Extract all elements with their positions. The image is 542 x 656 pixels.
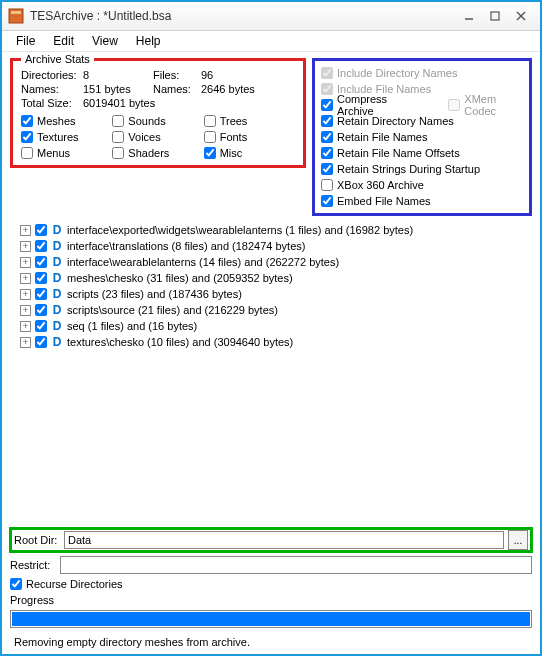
menu-edit[interactable]: Edit — [45, 32, 82, 50]
tree-expander-icon[interactable]: + — [20, 225, 31, 236]
directory-icon: D — [51, 256, 63, 268]
stat-directories-value: 8 — [83, 69, 153, 81]
check-menus[interactable]: Menus — [21, 147, 112, 159]
check-voices-box[interactable] — [112, 131, 124, 143]
stat-names2-value: 2646 bytes — [201, 83, 271, 95]
tree-row[interactable]: +Dtextures\chesko (10 files) and (309464… — [20, 334, 532, 350]
directory-icon: D — [51, 336, 63, 348]
flag-retain-file-names[interactable]: Retain File Names — [321, 129, 523, 145]
flag-compress-archive-box[interactable] — [321, 99, 333, 111]
tree-row-checkbox[interactable] — [35, 336, 47, 348]
check-textures[interactable]: Textures — [21, 131, 112, 143]
flag-include-dir-names: Include Directory Names — [321, 65, 523, 81]
check-shaders-label: Shaders — [128, 147, 169, 159]
tree-row-text: scripts\source (21 files) and (216229 by… — [67, 304, 278, 316]
root-dir-browse-button[interactable]: ... — [508, 530, 528, 550]
tree-row-checkbox[interactable] — [35, 320, 47, 332]
flag-embed-file-names[interactable]: Embed File Names — [321, 193, 523, 209]
tree-row-checkbox[interactable] — [35, 304, 47, 316]
svg-rect-1 — [11, 11, 21, 14]
check-trees[interactable]: Trees — [204, 115, 295, 127]
tree-row[interactable]: +Dinterface\translations (8 files) and (… — [20, 238, 532, 254]
restrict-input[interactable] — [60, 556, 532, 574]
tree-row[interactable]: +Dscripts\source (21 files) and (216229 … — [20, 302, 532, 318]
tree-row[interactable]: +Dinterface\wearablelanterns (14 files) … — [20, 254, 532, 270]
flag-xbox-archive[interactable]: XBox 360 Archive — [321, 177, 523, 193]
minimize-button[interactable] — [456, 7, 482, 25]
tree-row-text: interface\wearablelanterns (14 files) an… — [67, 256, 339, 268]
archive-stats-legend: Archive Stats — [21, 53, 94, 65]
stat-total-value: 6019401 bytes — [83, 97, 295, 109]
tree-row-checkbox[interactable] — [35, 288, 47, 300]
check-voices[interactable]: Voices — [112, 131, 203, 143]
check-textures-box[interactable] — [21, 131, 33, 143]
tree-row-checkbox[interactable] — [35, 240, 47, 252]
flag-xbox-archive-box[interactable] — [321, 179, 333, 191]
type-checkboxes: Meshes Sounds Trees Textures Voices Font… — [21, 115, 295, 159]
check-meshes-box[interactable] — [21, 115, 33, 127]
root-dir-input[interactable] — [64, 531, 504, 549]
tree-expander-icon[interactable]: + — [20, 289, 31, 300]
check-sounds[interactable]: Sounds — [112, 115, 203, 127]
tree-row-checkbox[interactable] — [35, 224, 47, 236]
flag-compress-archive-row: Compress Archive XMem Codec — [321, 97, 523, 113]
flag-embed-file-names-box[interactable] — [321, 195, 333, 207]
window-title: TESArchive : *Untitled.bsa — [30, 9, 456, 23]
check-misc-box[interactable] — [204, 147, 216, 159]
tree-expander-icon[interactable]: + — [20, 257, 31, 268]
menu-file[interactable]: File — [8, 32, 43, 50]
maximize-button[interactable] — [482, 7, 508, 25]
directory-icon: D — [51, 304, 63, 316]
tree-row[interactable]: +Dinterface\exported\widgets\wearablelan… — [20, 222, 532, 238]
tree-row-checkbox[interactable] — [35, 272, 47, 284]
flag-xmem-codec-label: XMem Codec — [464, 93, 523, 117]
flag-include-dir-names-label: Include Directory Names — [337, 67, 457, 79]
tree-row-text: textures\chesko (10 files) and (3094640 … — [67, 336, 293, 348]
recurse-directories-label: Recurse Directories — [26, 578, 123, 590]
flag-retain-fn-offsets[interactable]: Retain File Name Offsets — [321, 145, 523, 161]
flag-include-dir-names-box — [321, 67, 333, 79]
directory-icon: D — [51, 240, 63, 252]
check-fonts[interactable]: Fonts — [204, 131, 295, 143]
check-sounds-box[interactable] — [112, 115, 124, 127]
flag-retain-strings-label: Retain Strings During Startup — [337, 163, 480, 175]
stat-total-label: Total Size: — [21, 97, 83, 109]
flag-retain-strings-box[interactable] — [321, 163, 333, 175]
check-shaders[interactable]: Shaders — [112, 147, 203, 159]
flag-xbox-archive-label: XBox 360 Archive — [337, 179, 424, 191]
check-meshes-label: Meshes — [37, 115, 76, 127]
flag-retain-fn-offsets-label: Retain File Name Offsets — [337, 147, 460, 159]
flag-compress-archive-label: Compress Archive — [337, 93, 416, 117]
recurse-directories[interactable]: Recurse Directories — [10, 578, 532, 590]
tree-row-text: interface\exported\widgets\wearablelante… — [67, 224, 413, 236]
menu-view[interactable]: View — [84, 32, 126, 50]
tree-expander-icon[interactable]: + — [20, 337, 31, 348]
tree-row[interactable]: +Dmeshes\chesko (31 files) and (2059352 … — [20, 270, 532, 286]
check-misc[interactable]: Misc — [204, 147, 295, 159]
check-shaders-box[interactable] — [112, 147, 124, 159]
tree-expander-icon[interactable]: + — [20, 241, 31, 252]
tree-row[interactable]: +Dseq (1 files) and (16 bytes) — [20, 318, 532, 334]
check-misc-label: Misc — [220, 147, 243, 159]
tree-row[interactable]: +Dscripts (23 files) and (187436 bytes) — [20, 286, 532, 302]
archive-stats-group: Archive Stats Directories: 8 Files: 96 N… — [10, 58, 306, 168]
tree-expander-icon[interactable]: + — [20, 321, 31, 332]
close-button[interactable] — [508, 7, 534, 25]
flag-xmem-codec-box — [448, 99, 460, 111]
tree-expander-icon[interactable]: + — [20, 305, 31, 316]
check-menus-box[interactable] — [21, 147, 33, 159]
tree-expander-icon[interactable]: + — [20, 273, 31, 284]
flag-retain-file-names-box[interactable] — [321, 131, 333, 143]
tree-row-checkbox[interactable] — [35, 256, 47, 268]
progress-bar — [10, 610, 532, 628]
check-meshes[interactable]: Meshes — [21, 115, 112, 127]
flag-retain-fn-offsets-box[interactable] — [321, 147, 333, 159]
file-tree[interactable]: +Dinterface\exported\widgets\wearablelan… — [10, 220, 532, 524]
menu-help[interactable]: Help — [128, 32, 169, 50]
check-trees-box[interactable] — [204, 115, 216, 127]
flag-retain-dir-names-box[interactable] — [321, 115, 333, 127]
flag-retain-strings[interactable]: Retain Strings During Startup — [321, 161, 523, 177]
recurse-directories-box[interactable] — [10, 578, 22, 590]
flag-retain-dir-names-label: Retain Directory Names — [337, 115, 454, 127]
check-fonts-box[interactable] — [204, 131, 216, 143]
